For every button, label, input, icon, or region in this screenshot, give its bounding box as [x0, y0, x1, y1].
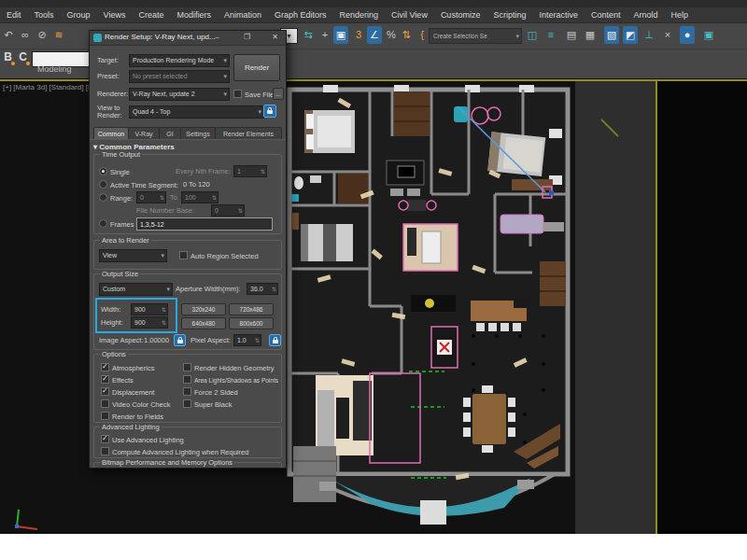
named-selection-sets-icon[interactable]: { — [415, 26, 430, 44]
bind-to-space-warp-icon[interactable]: ≋ — [51, 26, 66, 44]
menu-edit[interactable]: Edit — [0, 7, 28, 22]
schematic-view-icon[interactable]: ◩ — [623, 26, 638, 44]
area-mode-dropdown[interactable]: View — [99, 249, 167, 262]
target-dropdown[interactable]: Production Rendering Mode — [129, 54, 230, 67]
save-file-checkbox[interactable]: Save File — [233, 90, 274, 99]
menu-scripting[interactable]: Scripting — [486, 7, 532, 22]
checkbox-atmospherics[interactable]: Atmospherics — [101, 363, 154, 372]
undo-icon[interactable]: ↶ — [1, 26, 16, 44]
menu-rendering[interactable]: Rendering — [333, 7, 386, 22]
checkbox-super-black[interactable]: Super Black — [183, 399, 232, 409]
unlink-selection-icon[interactable]: ⊘ — [35, 26, 49, 44]
checkbox-video-color-check[interactable]: Video Color Check — [101, 399, 170, 409]
ribbon-tab-modeling[interactable]: Modeling — [37, 64, 72, 74]
auto-region-checkbox[interactable]: Auto Region Selected — [179, 251, 259, 260]
output-size-preset-dropdown[interactable]: Custom — [99, 283, 173, 296]
checkbox-render-hidden-geometry[interactable]: Render Hidden Geometry — [183, 363, 274, 372]
active-segment-radio[interactable]: Active Time Segment: — [99, 180, 178, 189]
size-720x486-button[interactable]: 720x486 — [229, 303, 274, 315]
dialog-title-bar[interactable]: Render Setup: V-Ray Next, upd... – ❐ ✕ — [90, 31, 286, 46]
maximize-icon[interactable]: ❐ — [241, 32, 253, 43]
checkbox-use-advanced-lighting[interactable]: Use Advanced Lighting — [101, 435, 184, 444]
pixel-aspect-lock-button[interactable] — [269, 334, 281, 346]
lock-view-button[interactable] — [263, 105, 276, 118]
size-320x240-button[interactable]: 320x240 — [181, 303, 226, 315]
render-setup-icon[interactable]: ● — [680, 26, 695, 44]
align-icon[interactable]: ≡ — [543, 26, 558, 44]
menu-content[interactable]: Content — [585, 7, 627, 22]
menu-modifiers[interactable]: Modifiers — [170, 7, 218, 22]
checkbox-box — [101, 412, 109, 420]
spline-object[interactable] — [598, 114, 626, 142]
every-nth-spinner[interactable]: 1 — [233, 165, 267, 177]
view-to-render-dropdown[interactable]: Quad 4 - Top — [129, 105, 264, 119]
range-radio[interactable]: Range: — [99, 193, 133, 203]
percent-snap-icon[interactable]: % — [384, 26, 399, 44]
menu-animation[interactable]: Animation — [218, 7, 268, 22]
checkbox-force-2-sided[interactable]: Force 2 Sided — [183, 387, 238, 397]
angle-snap-icon[interactable]: ∠ — [367, 26, 382, 44]
height-spinner[interactable]: 900 — [131, 316, 168, 329]
scene-explorer-icon[interactable]: ▦ — [583, 26, 598, 44]
group-label: Area to Render — [100, 236, 151, 245]
scatter-icon[interactable]: × — [660, 26, 675, 44]
checkbox-area-lights[interactable]: Area Lights/Shadows as Points — [183, 375, 278, 384]
image-aspect-lock-button[interactable] — [174, 334, 186, 346]
size-747x560-button[interactable]: 747x560 — [229, 317, 274, 329]
menu-customize[interactable]: Customize — [434, 7, 487, 22]
menu-civil-view[interactable]: Civil View — [385, 7, 434, 22]
material-editor-icon[interactable]: ⊥ — [641, 26, 656, 44]
mirror-pair-icon[interactable]: ⇆ — [301, 26, 316, 44]
rendered-frame-window-icon[interactable]: ▣ — [701, 26, 716, 44]
checkbox-render-to-fields[interactable]: Render to Fields — [101, 412, 163, 421]
frames-radio[interactable]: Frames — [99, 219, 134, 229]
mirror-icon[interactable]: ◫ — [525, 26, 540, 44]
letter-c-icon[interactable]: C — [16, 50, 30, 65]
checkbox-effects[interactable]: Effects — [101, 375, 134, 385]
snaps-toggle-icon[interactable]: 3 — [351, 26, 366, 44]
menu-help[interactable]: Help — [664, 7, 695, 22]
layer-manager-icon[interactable]: ▤ — [564, 26, 579, 44]
selection-set-dropdown[interactable]: Create Selection Se ▾ — [429, 28, 522, 44]
render-button[interactable]: Render — [233, 54, 280, 81]
tab-render-elements[interactable]: Render Elements — [215, 127, 282, 140]
tab-common[interactable]: Common — [93, 127, 129, 140]
secondary-viewport[interactable] — [657, 80, 747, 534]
width-spinner[interactable]: 900 — [131, 303, 168, 315]
menu-graph-editors[interactable]: Graph Editors — [268, 7, 333, 22]
range-from-spinner[interactable]: 0 — [136, 191, 166, 203]
tab-vray[interactable]: V-Ray — [128, 127, 160, 140]
close-icon[interactable]: ✕ — [269, 32, 281, 43]
menu-arnold[interactable]: Arnold — [627, 7, 664, 22]
select-and-link-icon[interactable]: ∞ — [18, 26, 33, 44]
select-and-move-icon[interactable]: + — [317, 26, 332, 44]
menu-views[interactable]: Views — [97, 7, 133, 22]
menu-group[interactable]: Group — [61, 7, 97, 22]
checkbox-compute-advanced-lighting[interactable]: Compute Advanced Lighting when Required — [101, 447, 248, 456]
select-object-icon[interactable]: ▣ — [333, 26, 348, 44]
aperture-spinner[interactable]: 36.0 — [247, 283, 278, 295]
pixel-aspect-spinner[interactable]: 1.0 — [233, 334, 261, 346]
bitmap-rollout[interactable]: Bitmap Performance and Memory Options — [93, 462, 282, 469]
file-number-spinner[interactable]: 0 — [211, 204, 245, 217]
viewport-label[interactable]: [+] [Marta 3d] [Standard] [D — [3, 83, 93, 91]
menu-create[interactable]: Create — [132, 7, 170, 22]
preset-dropdown[interactable]: No preset selected — [129, 70, 230, 83]
frames-input[interactable] — [136, 217, 273, 231]
letter-b-icon[interactable]: B — [1, 50, 15, 65]
single-radio[interactable]: Single — [99, 167, 130, 176]
size-640x480-button[interactable]: 640x480 — [181, 317, 226, 329]
save-file-browse-button[interactable]: ... — [273, 88, 284, 100]
tab-settings[interactable]: Settings — [180, 127, 216, 140]
tab-gi[interactable]: GI — [159, 127, 181, 140]
minimize-icon[interactable]: – — [211, 32, 223, 43]
renderer-dropdown[interactable]: V-Ray Next, update 2 — [129, 88, 230, 101]
checkbox-displacement[interactable]: Displacement — [101, 387, 154, 397]
floorplan-render[interactable] — [282, 82, 577, 532]
range-to-spinner[interactable]: 100 — [181, 191, 218, 203]
menu-tools[interactable]: Tools — [28, 7, 61, 22]
menu-interactive[interactable]: Interactive — [532, 7, 585, 22]
curve-editor-icon[interactable]: ▧ — [604, 26, 619, 44]
chevron-down-icon: ▾ — [515, 29, 519, 43]
spinner-snap-icon[interactable]: ⇅ — [399, 26, 414, 44]
